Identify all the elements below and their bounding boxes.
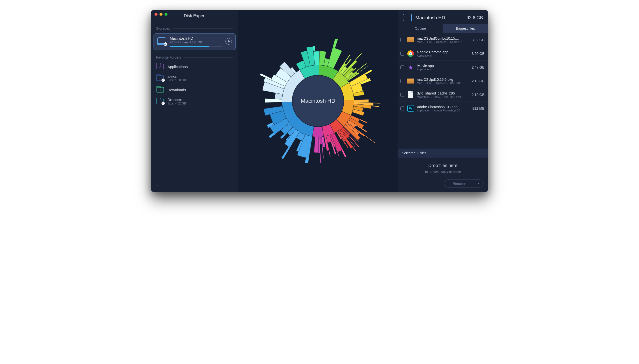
- favorite-folder-item[interactable]: ↓ Downloads: [151, 84, 238, 95]
- drop-zone[interactable]: Drop files here to remove, copy or move: [398, 158, 488, 176]
- tab-outline[interactable]: Outline: [398, 24, 443, 33]
- favorite-folder-item[interactable]: A Applications: [151, 61, 238, 72]
- file-checkbox[interactable]: [400, 65, 404, 69]
- sunburst-spike: [320, 153, 321, 163]
- sunburst-subsegment[interactable]: [354, 100, 369, 102]
- file-name: Google Chrome.app: [417, 50, 469, 54]
- drop-zone-subheading: to remove, copy or move: [402, 170, 484, 174]
- file-checkbox[interactable]: [400, 38, 404, 42]
- right-panel: Macintosh HD 92.6 GB Outline Biggest fil…: [398, 10, 488, 192]
- sunburst-spike: [365, 70, 372, 74]
- storage-card-macintosh-hd[interactable]: Macintosh HD 28.5 GB Free of 121 GB: [153, 34, 236, 50]
- chrome-icon: [407, 50, 414, 57]
- sunburst-spike: [333, 39, 338, 48]
- file-name: dyld_shared_cache_x86_...: [417, 91, 469, 95]
- file-path: Applicatio…›Adobe Photoshop CC: [417, 109, 470, 112]
- favorite-folder-item[interactable]: Dropbox Size: 4.52 GB: [151, 95, 238, 108]
- folder-icon: A: [156, 64, 164, 69]
- sunburst-spike: [304, 158, 309, 163]
- folder-icon: ↓: [156, 87, 164, 92]
- imovie-icon: ★: [408, 64, 413, 70]
- file-size: 3.92 GB: [472, 38, 485, 42]
- sunburst-spike: [280, 134, 285, 139]
- favorite-name: Dropbox: [167, 98, 186, 102]
- svg-point-0: [292, 75, 344, 127]
- favorite-name: alexa: [167, 74, 186, 78]
- favorite-name: Applications: [167, 64, 188, 69]
- remove-favorite-button[interactable]: −: [162, 183, 165, 189]
- file-name: macOSUpd10.15.5.pkg: [417, 78, 469, 82]
- sunburst-subsegment[interactable]: [314, 137, 319, 153]
- section-favorites-label: Favorite Folders: [151, 54, 238, 61]
- selected-count-label: Selected: 0 files: [398, 148, 488, 158]
- file-size: 892 MB: [473, 106, 485, 110]
- file-path: Macintosh…›priv…›var›db›dyld: [417, 95, 469, 98]
- file-row[interactable]: dyld_shared_cache_x86_... Macintosh…›pri…: [398, 88, 488, 102]
- file-row[interactable]: ★ iMovie.app Applications 2.47 GB: [398, 60, 488, 74]
- storage-freespace-label: 28.5 GB Free of 121 GB: [170, 41, 222, 44]
- sunburst-spike: [328, 150, 330, 156]
- titlebar: Disk Expert: [151, 10, 488, 18]
- sunburst-spike: [373, 102, 380, 104]
- sunburst-spike: [359, 66, 368, 72]
- file-path: Applications: [417, 54, 469, 57]
- sunburst-spike: [365, 136, 375, 143]
- favorite-size: Size: 4.52 GB: [167, 102, 186, 105]
- sunburst-spike: [269, 133, 275, 138]
- sunburst-chart[interactable]: [256, 39, 380, 163]
- file-size: 3.90 GB: [472, 52, 485, 56]
- sunburst-spike: [342, 150, 346, 157]
- file-checkbox[interactable]: [400, 52, 404, 56]
- file-checkbox[interactable]: [400, 93, 404, 97]
- scan-play-button[interactable]: [226, 38, 232, 45]
- file-path: Applications: [417, 68, 469, 71]
- file-size: 2.13 GB: [472, 79, 485, 83]
- sunburst-spike: [353, 147, 356, 152]
- app-title: Disk Expert: [151, 14, 238, 18]
- file-path: Mac…›Lib…›Updates›061-94457: [417, 40, 469, 44]
- drop-zone-heading: Drop files here: [402, 163, 484, 168]
- file-name: iMovie.app: [417, 64, 469, 68]
- file-row[interactable]: Ps Adobe Photoshop CC.app Applicatio…›Ad…: [398, 102, 488, 116]
- sunburst-spike: [281, 147, 290, 159]
- favorite-name: Downloads: [167, 88, 186, 92]
- sunburst-subsegment[interactable]: [327, 47, 342, 68]
- sunburst-spike: [355, 53, 362, 60]
- package-icon: [407, 78, 414, 84]
- sidebar: Storages Macintosh HD 28.5 GB Free of 12…: [151, 10, 238, 192]
- folder-icon: ⌂: [156, 76, 164, 81]
- file-icon: [408, 91, 413, 98]
- section-storages-label: Storages: [151, 25, 238, 32]
- file-checkbox[interactable]: [400, 106, 404, 110]
- remove-options-button[interactable]: ▼: [474, 180, 484, 188]
- favorite-size: Size: 18.0 GB: [167, 78, 186, 82]
- remove-button[interactable]: Remove: [444, 180, 474, 188]
- app-window: Disk Expert Storages Macintosh HD 28.5 G…: [151, 10, 488, 192]
- sunburst-segment[interactable]: [312, 127, 323, 137]
- storage-name: Macintosh HD: [170, 36, 222, 40]
- tab-biggest-files[interactable]: Biggest files: [443, 24, 488, 33]
- disk-icon: [157, 38, 166, 44]
- file-name: Adobe Photoshop CC.app: [417, 105, 470, 109]
- sunburst-spike: [359, 119, 367, 123]
- file-list: macOSUpdCombo10.15.... Mac…›Lib…›Updates…: [398, 33, 488, 148]
- chart-area: Macintosh HD: [238, 10, 398, 192]
- file-path: Mac…›Lib…›Updates›001-12341: [417, 82, 469, 84]
- storage-usage-bar: [170, 46, 222, 46]
- favorite-folder-item[interactable]: ⌂ alexa Size: 18.0 GB: [151, 72, 238, 84]
- photoshop-icon: Ps: [407, 105, 414, 112]
- file-checkbox[interactable]: [400, 79, 404, 83]
- package-icon: [407, 38, 414, 42]
- file-row[interactable]: macOSUpdCombo10.15.... Mac…›Lib…›Updates…: [398, 33, 488, 47]
- file-row[interactable]: macOSUpd10.15.5.pkg Mac…›Lib…›Updates›00…: [398, 74, 488, 88]
- file-name: macOSUpdCombo10.15....: [417, 36, 469, 40]
- file-size: 2.47 GB: [472, 65, 485, 69]
- folder-icon: [156, 99, 164, 104]
- file-row[interactable]: Google Chrome.app Applications 3.90 GB: [398, 47, 488, 60]
- sunburst-spike: [371, 106, 379, 107]
- add-favorite-button[interactable]: +: [155, 183, 158, 189]
- file-size: 2.10 GB: [472, 93, 485, 97]
